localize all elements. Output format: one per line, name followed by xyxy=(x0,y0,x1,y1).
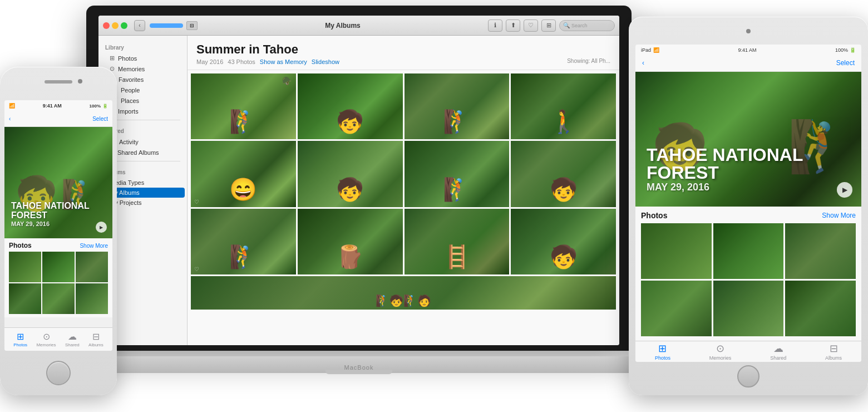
iphone-battery-icon: 🔋 xyxy=(102,104,108,109)
back-nav-button[interactable]: ‹ xyxy=(134,20,145,31)
iphone-section-row: Photos Show More xyxy=(9,242,108,249)
ipad-tabbar: ⊞ Photos ⊙ Memories ☁ Shared ⊟ Albums xyxy=(635,341,861,362)
ipad-play-button[interactable]: ▶ xyxy=(837,182,852,198)
macbook-screen: ‹ ⊟ My Albums ℹ ⬆ ♡ ⊞ 🔍 Search xyxy=(86,6,632,351)
iphone-select-button[interactable]: Select xyxy=(92,116,108,122)
iphone-status-right: 100% 🔋 xyxy=(90,104,108,109)
iphone-photos-label: Photos xyxy=(9,242,32,249)
photo-cell-11[interactable]: 🪜 xyxy=(405,209,510,274)
photo-cell-7[interactable]: 🧗 xyxy=(405,141,510,207)
maximize-button[interactable] xyxy=(121,22,127,29)
minimize-button[interactable] xyxy=(112,22,119,29)
iphone-chevron-left-icon: ‹ xyxy=(9,116,11,122)
ipad-nav: ‹ Select xyxy=(635,55,861,72)
photo-cell-3[interactable]: 🧗 xyxy=(405,73,510,139)
macbook: ‹ ⊟ My Albums ℹ ⬆ ♡ ⊞ 🔍 Search xyxy=(86,6,632,373)
photo-cell-6[interactable]: 🧒 xyxy=(298,141,403,207)
photo-cell-10[interactable]: 🪵 xyxy=(298,209,403,274)
album-showing: Showing: All Ph... xyxy=(567,58,610,64)
info-button[interactable]: ℹ xyxy=(488,19,502,32)
ipad-model-label: iPad xyxy=(641,47,651,53)
iphone-tab-shared[interactable]: ☁ Shared xyxy=(65,331,80,347)
sidebar-item-photos[interactable]: ⊞ Photos xyxy=(101,53,185,63)
heart-button[interactable]: ♡ xyxy=(524,19,538,32)
iphone-photo-5[interactable] xyxy=(42,283,75,314)
iphone-tabbar: ⊞ Photos ⊙ Memories ☁ Shared ⊟ Albums xyxy=(4,327,112,351)
iphone-tab-albums[interactable]: ⊟ Albums xyxy=(88,331,103,347)
iphone-battery-label: 100% xyxy=(90,104,101,109)
iphone-status-bar: 📶 9:41 AM 100% 🔋 xyxy=(4,100,112,111)
ipad-hero-date: MAY 29, 2016 xyxy=(647,182,803,193)
iphone-tab-memories[interactable]: ⊙ Memories xyxy=(36,331,56,347)
ipad-battery-label: 100% xyxy=(835,47,848,53)
heart-9: ♡ xyxy=(194,266,199,272)
iphone-nav: ‹ Select xyxy=(4,111,112,127)
ipad-section-row: Photos Show More xyxy=(641,211,856,220)
person-bottom: 🧗🧒🧗🧑 xyxy=(376,294,431,307)
mac-main: Summer in Tahoe May 2016 43 Photos Show … xyxy=(188,36,619,345)
slideshow-link[interactable]: Slideshow xyxy=(312,58,339,65)
macbook-notch xyxy=(326,370,392,374)
ipad-back-button[interactable]: ‹ xyxy=(642,59,644,67)
iphone-carrier: 📶 xyxy=(9,103,15,109)
sidebar-places-label: Places xyxy=(121,97,139,104)
close-button[interactable] xyxy=(103,22,110,29)
ipad-tab-shared[interactable]: ☁ Shared xyxy=(770,342,786,361)
iphone-home-button[interactable] xyxy=(46,361,71,385)
ipad-battery-icon: 🔋 xyxy=(850,47,856,53)
album-header: Summer in Tahoe May 2016 43 Photos Show … xyxy=(188,36,619,70)
ipad-time: 9:41 AM xyxy=(738,47,756,53)
ipad-photos-label: Photos xyxy=(641,211,667,220)
heart-5: ♡ xyxy=(194,199,199,205)
photo-cell-5[interactable]: 😄 ♡ xyxy=(191,141,296,207)
ipad-hero-text: TAHOE NATIONALFOREST MAY 29, 2016 xyxy=(647,146,803,193)
photo-cell-8[interactable]: 🧒 xyxy=(511,141,616,207)
iphone-photo-4[interactable] xyxy=(9,283,41,314)
ipad-photo-2[interactable] xyxy=(713,223,784,279)
ipad-home-button[interactable] xyxy=(737,365,760,388)
albums-tab-icon: ⊟ xyxy=(92,331,100,342)
ipad-photos-section: Photos Show More xyxy=(635,207,861,341)
ipad-photo-3[interactable] xyxy=(785,223,856,279)
iphone-tab-photos[interactable]: ⊞ Photos xyxy=(13,331,27,347)
ipad-tab-photos[interactable]: ⊞ Photos xyxy=(655,342,670,361)
shared-tab-label: Shared xyxy=(65,342,80,347)
show-as-memory-link[interactable]: Show as Memory xyxy=(260,58,307,65)
ipad-photo-1[interactable] xyxy=(641,223,712,279)
window-title: My Albums xyxy=(200,22,486,30)
iphone-play-button[interactable]: ▶ xyxy=(96,222,107,233)
photo-cell-1[interactable]: 🧗 🪖 xyxy=(191,73,296,139)
view-button[interactable]: ⊟ xyxy=(186,21,198,30)
iphone-photo-2[interactable] xyxy=(42,252,75,282)
search-placeholder: Search xyxy=(571,23,588,28)
photos-tab-label: Photos xyxy=(13,342,27,347)
ipad-front-camera xyxy=(746,29,751,33)
iphone-photo-3[interactable] xyxy=(76,252,108,282)
ipad-photo-4[interactable] xyxy=(641,281,712,336)
photo-cell-4[interactable]: 🚶 xyxy=(511,73,616,139)
album-meta-row: May 2016 43 Photos Show as Memory Slides… xyxy=(196,57,610,65)
rotate-button[interactable]: ⊞ xyxy=(541,19,556,32)
ipad-photo-5[interactable] xyxy=(713,281,784,336)
ipad-tab-albums[interactable]: ⊟ Albums xyxy=(825,342,842,361)
library-section-header: Library xyxy=(98,40,187,53)
ipad-albums-tab-icon: ⊟ xyxy=(830,342,838,355)
photo-cell-2[interactable]: 🧒 xyxy=(298,73,403,139)
ipad-screen: iPad 📶 9:41 AM 100% 🔋 ‹ Select 🧒 🧗 xyxy=(635,45,861,362)
share-button[interactable]: ⬆ xyxy=(506,19,520,32)
ipad-memories-tab-icon: ⊙ xyxy=(716,342,724,355)
iphone-back-button[interactable]: ‹ xyxy=(9,116,11,122)
iphone-show-more-button[interactable]: Show More xyxy=(80,243,108,249)
ipad-select-button[interactable]: Select xyxy=(836,59,855,67)
search-field[interactable]: 🔍 Search xyxy=(559,20,615,31)
iphone-photo-6[interactable] xyxy=(76,283,108,314)
helmet-1: 🪖 xyxy=(282,76,292,85)
photo-cell-12[interactable]: 🧒 xyxy=(511,209,616,274)
photo-cell-bottom-row[interactable]: 🧗🧒🧗🧑 xyxy=(191,276,616,310)
photo-cell-9[interactable]: 🧗 ♡ xyxy=(191,209,296,274)
ipad-tab-memories[interactable]: ⊙ Memories xyxy=(709,342,732,361)
ipad-photo-6[interactable] xyxy=(785,281,856,336)
iphone-photo-1[interactable] xyxy=(9,252,41,282)
ipad-show-more-button[interactable]: Show More xyxy=(822,212,856,219)
ipad-shared-tab-label: Shared xyxy=(770,355,786,361)
